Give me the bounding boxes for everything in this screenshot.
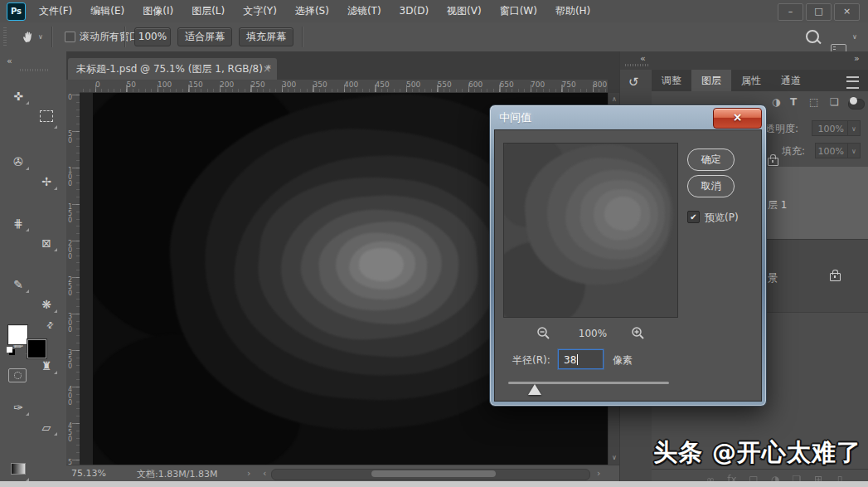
dock-grip — [625, 64, 650, 66]
lock-icon[interactable] — [768, 158, 778, 166]
tab-close-icon[interactable]: × — [263, 58, 271, 80]
status-arrow-icon[interactable]: › — [247, 468, 250, 479]
marquee-icon — [40, 110, 53, 122]
eyedropper-tool[interactable]: ✎ — [7, 275, 30, 295]
ruler-corner — [66, 80, 80, 94]
dialog-preview[interactable] — [503, 143, 678, 318]
v-ruler-label-5: 250 — [68, 275, 75, 312]
vertical-ruler: 050100150200250300350400450500 — [66, 93, 80, 465]
background-color-swatch[interactable] — [27, 339, 46, 358]
healing-brush-tool[interactable]: ❋ — [35, 295, 58, 314]
scroll-all-windows-checkbox[interactable] — [65, 32, 75, 42]
zoom-in-icon[interactable] — [631, 326, 645, 343]
menu-item-8[interactable]: 视图(V) — [438, 0, 491, 22]
lasso-tool[interactable]: ✇ — [7, 152, 30, 172]
stamp-tool[interactable]: ♜ — [35, 356, 58, 376]
scroll-up-icon[interactable]: ∧ — [609, 95, 620, 105]
collapse-toolbar-icon[interactable]: « — [7, 56, 12, 66]
filter-smart-object-icon[interactable]: ❏ — [830, 96, 839, 108]
preview-checkbox[interactable]: ✔ — [687, 211, 700, 223]
expand-dock-icon[interactable]: » — [854, 53, 860, 64]
panel-menu-icon[interactable] — [846, 76, 859, 89]
search-icon[interactable] — [806, 30, 819, 43]
radius-input[interactable]: 38 — [558, 349, 604, 369]
document-tab[interactable]: 未标题-1.psd @ 75.1% (图层 1, RGB/8) * × — [68, 58, 277, 80]
fill-chevron-icon[interactable]: ∨ — [848, 143, 861, 158]
tab-properties[interactable]: 属性 — [731, 70, 771, 91]
radius-label: 半径(R): — [512, 353, 550, 368]
tool-panel: « ✜ ✇ ✢ ⋕ ⊠ ✎ ❋ ✏ ♜ ✑ ▱ ⧫ ◐ ✒ T ➤ ••• ⇄ — [0, 51, 67, 481]
horizontal-scrollbar[interactable] — [271, 469, 590, 480]
menu-items: 文件(F)编辑(E)图像(I)图层(L)文字(Y)选择(S)滤镜(T)3D(D)… — [30, 0, 599, 22]
v-ruler-label-6: 300 — [68, 312, 75, 348]
window-close-button[interactable]: × — [834, 3, 860, 21]
history-brush-tool[interactable]: ✑ — [7, 397, 30, 417]
ok-button[interactable]: 确定 — [687, 149, 735, 171]
fill-screen-button[interactable]: 填充屏幕 — [239, 27, 293, 46]
separator — [51, 27, 52, 47]
document-tab-title: 未标题-1.psd @ 75.1% (图层 1, RGB/8) * — [68, 63, 271, 75]
filter-type-icon[interactable]: T — [790, 96, 797, 108]
tab-channels[interactable]: 通道 — [771, 70, 811, 91]
window-bottom-strip — [0, 481, 868, 487]
move-tool[interactable]: ✜ — [7, 86, 30, 106]
fill-value[interactable]: 100% — [815, 143, 848, 158]
menu-item-3[interactable]: 图层(L) — [182, 0, 234, 22]
menu-item-1[interactable]: 编辑(E) — [81, 0, 133, 22]
zoom-out-icon[interactable] — [536, 326, 550, 343]
chevron-down-icon[interactable]: ∨ — [38, 33, 43, 41]
fit-screen-button[interactable]: 适合屏幕 — [177, 27, 232, 46]
cancel-button[interactable]: 取消 — [687, 175, 735, 197]
chevron-down-icon[interactable]: ∨ — [852, 33, 857, 41]
opacity-chevron-icon[interactable]: ∨ — [848, 120, 861, 136]
zoom-100-button[interactable]: 100% — [134, 27, 171, 46]
menu-item-0[interactable]: 文件(F) — [30, 0, 81, 22]
gradient-tool[interactable] — [7, 463, 30, 483]
filter-shape-icon[interactable]: ⬚ — [809, 96, 818, 108]
slice-tool[interactable]: ⊠ — [35, 233, 58, 253]
foreground-color-swatch[interactable] — [8, 325, 27, 344]
swap-colors-icon[interactable]: ⇄ — [44, 319, 56, 331]
minimize-button[interactable]: – — [778, 3, 803, 21]
tab-layers[interactable]: 图层 — [691, 70, 731, 91]
document-info: 文档:1.83M/1.83M — [137, 468, 217, 480]
menu-item-9[interactable]: 窗口(W) — [491, 0, 546, 22]
horizontal-ruler: 0501001502002503003504004505005506006507… — [80, 80, 608, 93]
maximize-button[interactable]: □ — [806, 3, 832, 21]
filter-toggle[interactable] — [848, 99, 865, 110]
hand-tool-icon[interactable] — [22, 30, 36, 47]
unit-label: 像素 — [613, 353, 633, 368]
preview-label: 预览(P) — [705, 211, 739, 225]
scroll-left-icon[interactable]: ‹ — [263, 468, 266, 479]
dialog-content: 确定 取消 ✔ 预览(P) 100% 半径(R): 38 像素 — [494, 129, 762, 402]
menu-item-7[interactable]: 3D(D) — [390, 0, 438, 22]
marquee-tool[interactable] — [35, 110, 58, 130]
image-blob — [358, 247, 404, 282]
options-grip — [3, 27, 7, 46]
opacity-value[interactable]: 100% — [812, 120, 848, 136]
tab-adjustments[interactable]: 调整 — [652, 70, 691, 91]
menu-item-4[interactable]: 文字(Y) — [234, 0, 286, 22]
separator — [302, 27, 303, 47]
crop-tool[interactable]: ⋕ — [7, 213, 30, 233]
menu-item-10[interactable]: 帮助(H) — [546, 0, 599, 22]
radius-slider-thumb[interactable] — [528, 384, 541, 395]
history-panel-icon[interactable]: ↺ — [628, 75, 639, 90]
layer-name: 景 — [768, 271, 778, 285]
filter-adjustment-icon[interactable]: ◑ — [772, 96, 780, 108]
dialog-close-button[interactable]: × — [713, 108, 762, 129]
zoom-level[interactable]: 75.13% — [71, 468, 106, 479]
default-colors-icon[interactable] — [7, 347, 12, 353]
scroll-down-icon[interactable]: ∨ — [609, 453, 620, 463]
scroll-right-icon[interactable]: › — [597, 468, 600, 479]
menu-item-5[interactable]: 选择(S) — [286, 0, 338, 22]
menu-item-6[interactable]: 滤镜(T) — [338, 0, 390, 22]
v-ruler-label-10: 500 — [68, 458, 75, 465]
quick-mask-button[interactable] — [8, 368, 27, 382]
fill-label: 填充: — [782, 144, 805, 158]
quick-selection-tool[interactable]: ✢ — [35, 172, 58, 192]
eraser-tool[interactable]: ▱ — [35, 417, 58, 437]
menu-item-2[interactable]: 图像(I) — [133, 0, 182, 22]
horizontal-scrollbar-thumb[interactable] — [371, 470, 496, 477]
collapse-dock-icon[interactable]: « — [640, 53, 646, 64]
